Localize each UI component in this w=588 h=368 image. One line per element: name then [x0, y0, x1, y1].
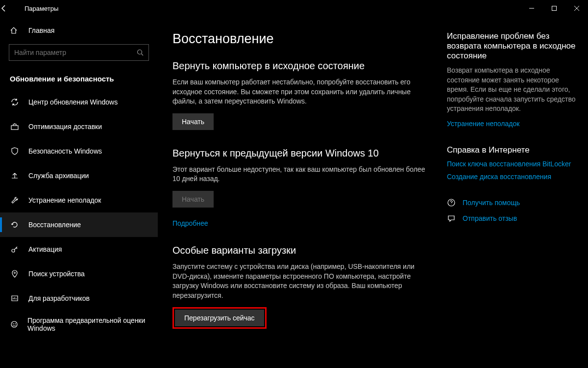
- svg-line-3: [142, 54, 144, 56]
- fix-problems-section: Исправление проблем без возврата компьют…: [447, 31, 578, 128]
- advanced-startup-section: Особые варианты загрузки Запустите систе…: [172, 245, 432, 329]
- wrench-icon: [10, 196, 20, 205]
- goback-section: Вернуться к предыдущей версии Windows 10…: [172, 148, 432, 227]
- sidebar-item-find-device[interactable]: Поиск устройства: [0, 262, 158, 286]
- help-icon: [447, 198, 457, 207]
- sidebar-item-label: Поиск устройства: [28, 270, 85, 278]
- titlebar: Параметры: [0, 0, 588, 17]
- support-section: Получить помощь Отправить отзыв: [447, 198, 578, 223]
- backup-icon: [10, 171, 20, 180]
- sidebar-item-label: Устранение неполадок: [28, 196, 101, 204]
- delivery-icon: [10, 122, 20, 131]
- recovery-icon: [10, 220, 20, 229]
- sidebar-item-recovery[interactable]: Восстановление: [0, 212, 158, 237]
- feedback-link[interactable]: Отправить отзыв: [447, 214, 578, 223]
- advanced-heading: Особые варианты загрузки: [172, 245, 432, 256]
- svg-point-2: [138, 50, 142, 54]
- minimize-button[interactable]: [520, 0, 543, 17]
- search-input[interactable]: [14, 49, 137, 56]
- sync-icon: [10, 98, 20, 106]
- maximize-button[interactable]: [543, 0, 565, 17]
- advanced-text: Запустите систему с устройства или диска…: [172, 262, 432, 300]
- troubleshoot-link[interactable]: Устранение неполадок: [447, 120, 578, 128]
- web-help-heading: Справка в Интернете: [447, 145, 578, 155]
- fix-heading: Исправление проблем без возврата компьют…: [447, 31, 578, 61]
- window-title: Параметры: [23, 5, 520, 12]
- feedback-label: Отправить отзыв: [463, 214, 517, 222]
- goback-heading: Вернуться к предыдущей версии Windows 10: [172, 148, 432, 159]
- reset-start-button[interactable]: Начать: [172, 113, 214, 130]
- get-help-label: Получить помощь: [463, 199, 520, 207]
- reset-heading: Вернуть компьютер в исходное состояние: [172, 60, 432, 72]
- search-icon: [137, 49, 144, 56]
- feedback-icon: [447, 214, 457, 223]
- sidebar-item-delivery-optimization[interactable]: Оптимизация доставки: [0, 114, 158, 139]
- svg-rect-4: [11, 126, 18, 130]
- highlight-annotation: Перезагрузить сейчас: [172, 307, 267, 329]
- sidebar-item-backup[interactable]: Служба архивации: [0, 163, 158, 188]
- sidebar-item-label: Оптимизация доставки: [28, 123, 102, 131]
- insider-icon: [10, 320, 19, 329]
- home-label: Главная: [28, 26, 54, 34]
- location-icon: [10, 269, 20, 278]
- reset-text: Если ваш компьютер работает нестабильно,…: [172, 78, 432, 106]
- web-help-section: Справка в Интернете Поиск ключа восстано…: [447, 145, 578, 181]
- svg-point-6: [14, 272, 16, 274]
- sidebar: Главная Обновление и безопасность Центр …: [0, 17, 158, 368]
- search-box[interactable]: [9, 44, 149, 61]
- sidebar-item-windows-update[interactable]: Центр обновления Windows: [0, 90, 158, 114]
- sidebar-item-label: Восстановление: [28, 221, 81, 229]
- shield-icon: [10, 147, 20, 156]
- sidebar-item-label: Программа предварительной оценки Windows: [27, 316, 148, 332]
- svg-rect-1: [552, 6, 557, 11]
- key-icon: [10, 245, 20, 254]
- get-help-link[interactable]: Получить помощь: [447, 198, 578, 207]
- sidebar-item-developers[interactable]: Для разработчиков: [0, 286, 158, 311]
- fix-text: Возврат компьютера в исходное состояние …: [447, 66, 578, 114]
- home-icon: [10, 26, 20, 34]
- category-header: Обновление и безопасность: [0, 70, 158, 90]
- reset-pc-section: Вернуть компьютер в исходное состояние Е…: [172, 60, 432, 130]
- sidebar-item-label: Активация: [28, 245, 62, 253]
- sidebar-item-insider[interactable]: Программа предварительной оценки Windows: [0, 311, 158, 338]
- sidebar-item-activation[interactable]: Активация: [0, 237, 158, 262]
- sidebar-item-windows-security[interactable]: Безопасность Windows: [0, 139, 158, 163]
- goback-more-link[interactable]: Подробнее: [172, 219, 208, 227]
- sidebar-item-label: Безопасность Windows: [28, 147, 102, 155]
- recovery-drive-link[interactable]: Создание диска восстановления: [447, 173, 578, 181]
- sidebar-item-label: Служба архивации: [28, 172, 89, 180]
- page-title: Восстановление: [172, 31, 432, 47]
- sidebar-item-label: Центр обновления Windows: [28, 98, 118, 106]
- restart-now-button[interactable]: Перезагрузить сейчас: [175, 310, 264, 326]
- close-button[interactable]: [565, 0, 588, 17]
- sidebar-item-troubleshoot[interactable]: Устранение неполадок: [0, 188, 158, 212]
- back-button[interactable]: [0, 4, 23, 12]
- goback-text: Этот вариант больше недоступен, так как …: [172, 165, 432, 184]
- svg-point-9: [15, 323, 16, 324]
- home-link[interactable]: Главная: [0, 22, 158, 39]
- svg-point-8: [13, 323, 14, 324]
- goback-start-button: Начать: [172, 191, 214, 208]
- developer-icon: [10, 294, 20, 303]
- bitlocker-link[interactable]: Поиск ключа восстановления BitLocker: [447, 160, 578, 168]
- svg-point-7: [11, 321, 17, 327]
- sidebar-item-label: Для разработчиков: [28, 294, 90, 302]
